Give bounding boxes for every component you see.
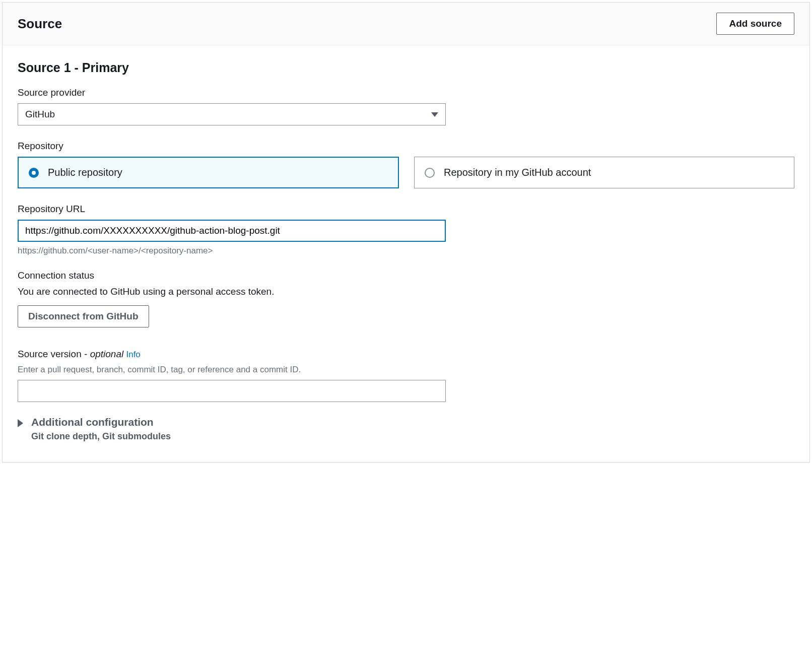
radio-account-repository[interactable]: Repository in my GitHub account <box>414 157 794 188</box>
additional-configuration-text: Additional configuration Git clone depth… <box>31 416 171 442</box>
source-1-heading: Source 1 - Primary <box>18 60 794 75</box>
source-provider-label: Source provider <box>18 87 794 98</box>
radio-public-repository[interactable]: Public repository <box>18 157 399 188</box>
radio-unselected-icon <box>425 168 435 178</box>
radio-account-label: Repository in my GitHub account <box>444 167 591 178</box>
source-version-label-text: Source version - <box>18 349 90 359</box>
radio-public-label: Public repository <box>48 167 122 178</box>
caret-down-icon <box>431 112 438 117</box>
repository-url-input[interactable] <box>18 220 446 242</box>
panel-body: Source 1 - Primary Source provider GitHu… <box>3 45 809 462</box>
source-version-input[interactable] <box>18 380 446 402</box>
caret-right-icon <box>18 419 23 427</box>
source-panel: Source Add source Source 1 - Primary Sou… <box>2 2 810 462</box>
source-provider-value: GitHub <box>25 109 55 120</box>
repository-radio-group: Public repository Repository in my GitHu… <box>18 157 794 188</box>
additional-configuration-subtitle: Git clone depth, Git submodules <box>31 431 171 442</box>
repository-url-label: Repository URL <box>18 204 794 215</box>
source-version-optional: optional <box>90 349 124 359</box>
source-version-info-link[interactable]: Info <box>126 350 140 359</box>
connection-status-field: Connection status You are connected to G… <box>18 270 794 344</box>
connection-status-text: You are connected to GitHub using a pers… <box>18 286 794 297</box>
source-version-label: Source version - optional Info <box>18 349 794 360</box>
add-source-button[interactable]: Add source <box>716 13 794 35</box>
source-provider-select[interactable]: GitHub <box>18 103 446 125</box>
panel-header: Source Add source <box>3 3 809 45</box>
source-version-field: Source version - optional Info Enter a p… <box>18 349 794 402</box>
source-provider-field: Source provider GitHub <box>18 87 794 125</box>
repository-url-field: Repository URL https://github.com/<user-… <box>18 204 794 256</box>
source-provider-select-wrapper: GitHub <box>18 103 446 125</box>
panel-title: Source <box>18 16 62 32</box>
disconnect-github-button[interactable]: Disconnect from GitHub <box>18 305 149 327</box>
repository-label: Repository <box>18 141 794 152</box>
radio-selected-icon <box>29 168 39 178</box>
connection-status-label: Connection status <box>18 270 794 281</box>
repository-url-hint: https://github.com/<user-name>/<reposito… <box>18 246 794 256</box>
repository-field: Repository Public repository Repository … <box>18 141 794 188</box>
additional-configuration-toggle[interactable]: Additional configuration Git clone depth… <box>18 416 794 442</box>
additional-configuration-title: Additional configuration <box>31 416 171 428</box>
source-version-hint: Enter a pull request, branch, commit ID,… <box>18 365 794 375</box>
